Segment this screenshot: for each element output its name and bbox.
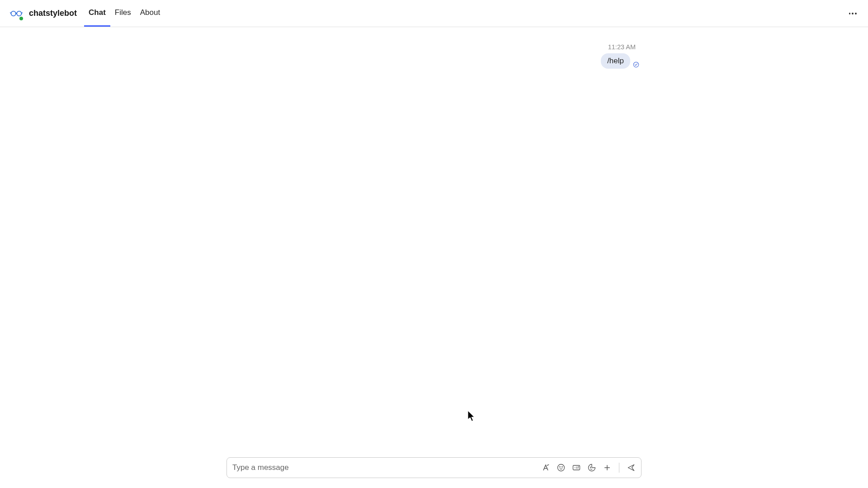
svg-point-0: [11, 11, 16, 16]
message-row: /help: [601, 53, 639, 69]
tab-about[interactable]: About: [136, 0, 165, 27]
bot-avatar[interactable]: [9, 6, 24, 21]
svg-point-6: [560, 467, 560, 467]
message-bubble[interactable]: /help: [601, 53, 630, 69]
sent-status-icon: [633, 61, 639, 68]
tab-chat[interactable]: Chat: [84, 0, 110, 27]
bot-name: chatstylebot: [29, 9, 77, 18]
message-composer: [226, 457, 642, 478]
outgoing-message-group: 11:23 AM /help: [601, 43, 639, 69]
svg-point-5: [558, 465, 565, 471]
svg-point-7: [562, 467, 562, 467]
chat-header: chatstylebot Chat Files About: [0, 0, 868, 27]
sticker-icon[interactable]: [587, 463, 596, 472]
svg-point-9: [590, 467, 591, 468]
header-tabs: Chat Files About: [84, 0, 165, 27]
message-input[interactable]: [232, 463, 541, 472]
format-icon[interactable]: [541, 463, 550, 472]
more-options-button[interactable]: [848, 9, 857, 18]
emoji-icon[interactable]: [557, 463, 566, 472]
header-actions: [848, 9, 857, 18]
send-button[interactable]: [627, 463, 636, 472]
message-timestamp: 11:23 AM: [608, 43, 636, 51]
svg-point-1: [17, 11, 22, 16]
chat-area: 11:23 AM /help: [0, 27, 868, 488]
gif-icon[interactable]: [572, 463, 581, 472]
composer-toolbar: [541, 463, 636, 473]
toolbar-divider: [619, 463, 619, 473]
tab-files[interactable]: Files: [110, 0, 136, 27]
presence-indicator: [19, 16, 24, 21]
plus-icon[interactable]: [603, 463, 612, 472]
